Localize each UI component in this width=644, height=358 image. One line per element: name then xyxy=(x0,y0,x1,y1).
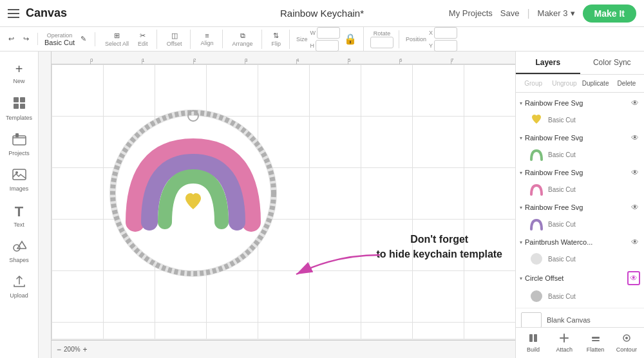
layer-type-1: Basic Cut xyxy=(548,117,576,124)
flatten-button[interactable]: Flatten xyxy=(581,330,611,355)
x-label: X xyxy=(429,30,433,36)
sidebar-item-new[interactable]: + New xyxy=(3,57,36,90)
redo-button[interactable]: ↪ xyxy=(20,33,32,45)
operation-group: Operation Basic Cut ✎ xyxy=(44,32,95,46)
sidebar-item-images[interactable]: Images xyxy=(3,163,36,197)
layer-type-3: Basic Cut xyxy=(548,186,576,193)
tab-layers[interactable]: Layers xyxy=(516,52,580,74)
ruler-left xyxy=(39,52,52,358)
layer-header-1[interactable]: ▾ Rainbow Free Svg 👁 xyxy=(516,95,644,111)
layer-type-6: Basic Cut xyxy=(548,293,576,300)
blank-canvas-item: Blank Canvas xyxy=(516,308,644,327)
edit-label: Edit xyxy=(138,41,148,47)
select-all-label: Select All xyxy=(105,41,129,47)
sidebar-item-shapes[interactable]: Shapes xyxy=(3,234,36,268)
sidebar-new-label: New xyxy=(13,78,24,84)
canvas-design xyxy=(103,103,283,283)
annotation-arrow xyxy=(283,249,386,281)
left-sidebar: + New Templates Projects Images T Text xyxy=(0,52,39,358)
layer-name-4: Rainbow Free Svg xyxy=(525,203,630,211)
arrange-button[interactable]: ⧉ Arrange xyxy=(229,30,256,49)
align-button[interactable]: ≡ Align xyxy=(197,30,216,48)
layer-header-2[interactable]: ▾ Rainbow Free Svg 👁 xyxy=(516,130,644,146)
layer-group-4: ▾ Rainbow Free Svg 👁 Basic Cut xyxy=(516,200,644,233)
eye-icon-1[interactable]: 👁 xyxy=(630,97,640,109)
svg-point-22 xyxy=(625,337,628,339)
flatten-label: Flatten xyxy=(587,346,605,353)
select-all-icon: ⊞ xyxy=(114,32,120,40)
attach-button[interactable]: Attach xyxy=(549,330,579,355)
make-it-button[interactable]: Make It xyxy=(583,5,636,23)
layer-header-5[interactable]: ▾ Paintbrush Waterco... 👁 xyxy=(516,234,644,250)
sidebar-item-projects[interactable]: Projects xyxy=(3,127,36,162)
flip-icon: ⇅ xyxy=(273,32,279,40)
layer-header-6[interactable]: ▾ Circle Offset 👁 xyxy=(516,269,644,287)
align-group: ≡ Align xyxy=(197,30,222,48)
offset-button[interactable]: ◫ Offset xyxy=(164,30,185,49)
layer-thumb-5 xyxy=(529,251,544,267)
sidebar-templates-label: Templates xyxy=(6,115,32,121)
eye-icon-2[interactable]: 👁 xyxy=(630,132,640,144)
ungroup-button[interactable]: Ungroup xyxy=(549,77,579,90)
contour-button[interactable]: Contour xyxy=(612,330,641,355)
y-input[interactable] xyxy=(434,40,457,52)
eye-icon-3[interactable]: 👁 xyxy=(630,167,640,178)
flatten-icon xyxy=(591,333,601,345)
zoom-out-button[interactable]: − xyxy=(57,345,61,354)
height-input[interactable] xyxy=(316,40,339,52)
hamburger-menu[interactable] xyxy=(8,9,19,18)
tab-color-sync[interactable]: Color Sync xyxy=(580,52,645,74)
layer-group-2: ▾ Rainbow Free Svg 👁 Basic Cut xyxy=(516,130,644,164)
sidebar-shapes-label: Shapes xyxy=(9,257,29,263)
group-button[interactable]: Group xyxy=(518,77,548,90)
svg-rect-20 xyxy=(592,340,600,341)
my-projects-button[interactable]: My Projects xyxy=(449,8,493,18)
ruler-top: 0 1 2 3 4 5 6 7 xyxy=(39,52,515,64)
eye-icon-4[interactable]: 👁 xyxy=(630,202,640,213)
zoom-in-button[interactable]: + xyxy=(83,345,88,354)
delete-button[interactable]: Delete xyxy=(612,77,641,90)
layer-name-3: Rainbow Free Svg xyxy=(525,169,630,176)
layer-item-3: Basic Cut xyxy=(516,180,644,198)
top-nav: Canvas Rainbow Keychain* My Projects Sav… xyxy=(0,0,644,27)
duplicate-button[interactable]: Duplicate xyxy=(581,77,611,90)
eye-icon-6[interactable]: 👁 xyxy=(627,271,640,285)
eye-icon-5[interactable]: 👁 xyxy=(630,236,640,248)
layer-thumb-1 xyxy=(529,112,544,127)
lock-aspect-icon[interactable]: 🔒 xyxy=(344,33,357,45)
attach-label: Attach xyxy=(556,346,573,353)
select-all-button[interactable]: ⊞ Select All xyxy=(102,30,132,49)
rotate-field: Rotate xyxy=(370,30,393,48)
panel-tabs: Layers Color Sync xyxy=(516,52,644,75)
zoom-level: 200% xyxy=(64,346,80,353)
layer-type-4: Basic Cut xyxy=(548,221,576,228)
edit-icon-button[interactable]: ✎ xyxy=(77,33,90,45)
layer-header-3[interactable]: ▾ Rainbow Free Svg 👁 xyxy=(516,165,644,180)
svg-point-15 xyxy=(531,253,542,265)
layer-header-4[interactable]: ▾ Rainbow Free Svg 👁 xyxy=(516,200,644,215)
machine-selector[interactable]: Maker 3 ▾ xyxy=(538,8,575,18)
rotate-group: Rotate xyxy=(370,30,399,48)
sidebar-item-upload[interactable]: Upload xyxy=(3,270,36,304)
build-button[interactable]: Build xyxy=(518,330,548,355)
flip-button[interactable]: ⇅ Flip xyxy=(269,30,285,49)
x-input[interactable] xyxy=(434,27,457,39)
redo-icon: ↪ xyxy=(23,35,29,43)
undo-button[interactable]: ↩ xyxy=(5,33,17,45)
save-button[interactable]: Save xyxy=(500,8,520,18)
layer-name-5: Paintbrush Waterco... xyxy=(525,238,630,246)
history-group: ↩ ↪ xyxy=(5,33,38,45)
width-input[interactable] xyxy=(317,27,340,39)
svg-rect-0 xyxy=(14,97,19,102)
svg-rect-5 xyxy=(15,133,19,137)
layer-name-6: Circle Offset xyxy=(525,274,627,282)
sidebar-item-templates[interactable]: Templates xyxy=(3,91,36,126)
chevron-icon-5: ▾ xyxy=(520,240,522,245)
canvas-area[interactable]: 0 1 2 3 4 5 6 7 xyxy=(39,52,515,358)
edit-button[interactable]: ✂ Edit xyxy=(135,30,151,49)
build-label: Build xyxy=(527,346,540,353)
arrange-label: Arrange xyxy=(232,41,253,47)
rotate-input[interactable] xyxy=(370,37,393,48)
sidebar-item-text[interactable]: T Text xyxy=(3,198,36,233)
align-icon: ≡ xyxy=(205,32,209,39)
